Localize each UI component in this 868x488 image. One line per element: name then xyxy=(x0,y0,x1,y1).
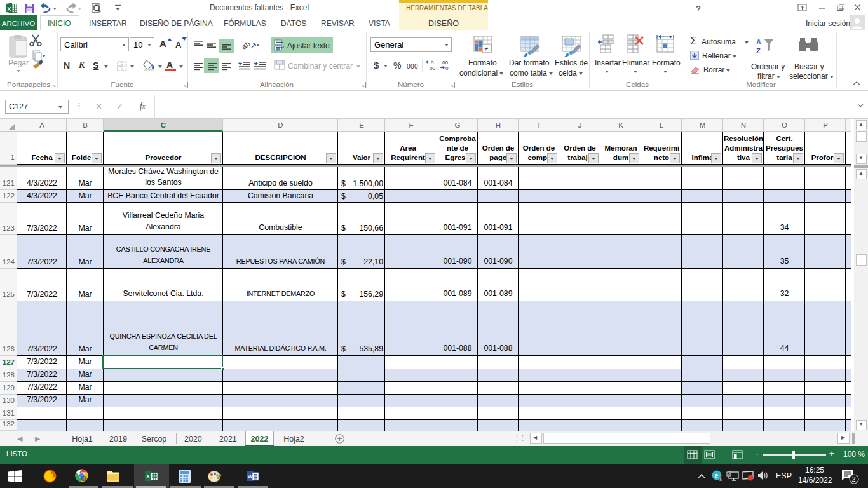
svg-text:X: X xyxy=(146,473,150,480)
svg-text:≠: ≠ xyxy=(484,45,488,53)
svg-text:!: ! xyxy=(720,478,721,482)
svg-text:0: 0 xyxy=(431,60,434,65)
svg-text:e: e xyxy=(715,472,719,479)
svg-text:!: ! xyxy=(750,476,751,480)
svg-text:A: A xyxy=(756,38,761,46)
svg-text:00: 00 xyxy=(442,60,448,65)
svg-text:ab: ab xyxy=(243,39,252,51)
svg-text:Z: Z xyxy=(756,47,761,55)
svg-text:X: X xyxy=(7,6,11,12)
svg-text:00: 00 xyxy=(430,65,435,71)
svg-text:?: ? xyxy=(696,4,701,13)
svg-text:0: 0 xyxy=(445,65,449,71)
svg-text:W: W xyxy=(248,473,254,480)
svg-text:2: 2 xyxy=(852,475,856,483)
